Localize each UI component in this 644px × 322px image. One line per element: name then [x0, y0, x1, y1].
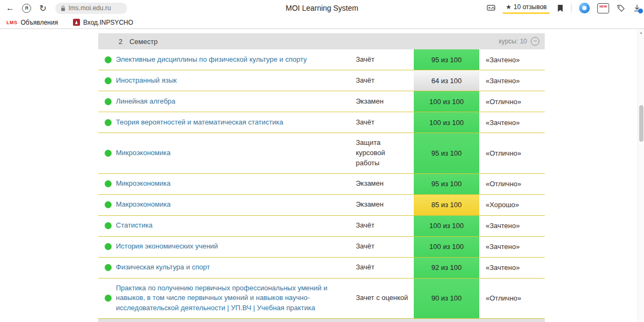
toolbar-right-cluster: ★ 10 отзывов NEW	[484, 2, 641, 14]
grades-page: 2 Семестр курсы: 10 − Элективные дисципл…	[98, 33, 545, 322]
course-link[interactable]: Иностранный язык	[116, 76, 177, 86]
alice-icon[interactable]	[579, 3, 590, 13]
courses-count: курсы: 10	[499, 38, 527, 45]
status-dot-cell	[98, 112, 116, 133]
semester-label: Семестр	[129, 38, 157, 46]
new-tab-widget-icon[interactable]: NEW	[597, 3, 609, 13]
course-name-cell: Микроэкономика	[116, 133, 350, 173]
vertical-scrollbar[interactable]: ▲	[638, 29, 644, 322]
grade-text: «Зачтено»	[479, 237, 545, 257]
scroll-up-icon[interactable]: ▲	[638, 31, 644, 34]
status-dot-cell	[98, 70, 116, 91]
completed-dot-icon	[105, 295, 112, 302]
course-link[interactable]: Практика по получению первичных професси…	[116, 283, 345, 314]
assessment-type: Экзамен	[350, 195, 414, 215]
status-dot-cell	[98, 195, 116, 215]
bookmark-flag-icon[interactable]	[557, 4, 564, 12]
course-link[interactable]: История экономических учений	[116, 241, 218, 252]
course-link[interactable]: Физическая культура и спорт	[116, 262, 210, 273]
assessment-type: Зачёт	[350, 258, 414, 278]
score-badge: 100 из 100	[414, 112, 479, 133]
score-badge: 100 из 100	[414, 237, 479, 257]
table-row: Микроэкономика Экзамен 95 из 100 «Отличн…	[98, 174, 545, 195]
status-dot-cell	[98, 216, 116, 236]
grade-text: «Зачтено»	[479, 49, 545, 70]
completed-dot-icon	[105, 150, 112, 157]
assessment-type: Экзамен	[350, 174, 414, 194]
course-name-cell: История экономических учений	[116, 237, 350, 257]
status-dot-cell	[98, 279, 116, 319]
grades-table-body: Элективные дисциплины по физической куль…	[98, 49, 545, 319]
completed-dot-icon	[105, 119, 112, 126]
score-badge: 95 из 100	[414, 174, 479, 194]
course-name-cell: Линейная алгебра	[116, 91, 350, 112]
assessment-type: Зачёт	[350, 70, 414, 91]
assessment-type: Зачёт	[350, 216, 414, 236]
course-link[interactable]: Микроэкономика	[116, 179, 171, 189]
semester-2-header: 2 Семестр курсы: 10 −	[98, 33, 545, 49]
address-bar[interactable]: lms.moi.edu.ru	[55, 3, 127, 14]
table-row: Микроэкономика Защита курсовой работы 95…	[98, 133, 545, 174]
new-badge: NEW	[598, 4, 609, 9]
table-row: Теория вероятностей и математическая ста…	[98, 112, 545, 133]
course-link[interactable]: Микроэкономика	[116, 148, 171, 158]
completed-dot-icon	[105, 264, 112, 271]
refresh-icon[interactable]: ↻	[36, 3, 50, 13]
download-badge	[638, 9, 643, 13]
assessment-type: Зачет с оценкой	[350, 279, 414, 319]
completed-dot-icon	[105, 98, 112, 105]
score-badge: 100 из 100	[414, 91, 479, 112]
yandex-home-icon[interactable]: Я	[22, 4, 31, 13]
status-dot-cell	[98, 91, 116, 112]
grade-text: «Хорошо»	[479, 195, 545, 215]
score-badge: 100 из 100	[414, 216, 479, 236]
grade-text: «Зачтено»	[479, 258, 545, 278]
grade-text: «Зачтено»	[479, 216, 545, 236]
collapse-icon[interactable]: −	[531, 37, 539, 46]
bookmarks-bar: LMS Объявления Вход.INPSYCHO	[0, 16, 644, 29]
assessment-type: Зачёт	[350, 49, 414, 70]
download-icon[interactable]	[633, 4, 641, 12]
course-link[interactable]: Статистика	[116, 221, 152, 231]
status-dot-cell	[98, 258, 116, 278]
course-link[interactable]: Линейная алгебра	[116, 97, 175, 107]
course-link[interactable]: Элективные дисциплины по физической куль…	[116, 55, 307, 65]
score-badge: 95 из 100	[414, 133, 479, 173]
inpsycho-icon	[73, 19, 80, 26]
course-name-cell: Статистика	[116, 216, 350, 236]
semester-number: 2	[119, 38, 122, 46]
course-link[interactable]: Макроэкономика	[116, 200, 171, 210]
lms-logo-icon: LMS	[6, 20, 18, 25]
table-row: Элективные дисциплины по физической куль…	[98, 49, 545, 70]
grade-text: «Отлично»	[479, 133, 545, 173]
back-icon[interactable]: ←	[3, 3, 17, 13]
scrollbar-thumb[interactable]	[639, 105, 643, 142]
reviews-button[interactable]: ★ 10 отзывов	[503, 2, 550, 14]
assessment-type: Экзамен	[350, 91, 414, 112]
score-badge: 95 из 100	[414, 49, 479, 70]
bookmark-label: Объявления	[21, 19, 58, 26]
score-badge: 92 из 100	[414, 258, 479, 278]
grade-text: «Зачтено»	[479, 112, 545, 133]
course-name-cell: Иностранный язык	[116, 70, 350, 91]
bookmark-announcements[interactable]: LMS Объявления	[6, 19, 58, 26]
protect-icon[interactable]	[487, 4, 495, 12]
course-name-cell: Теория вероятностей и математическая ста…	[116, 112, 350, 133]
course-link[interactable]: Теория вероятностей и математическая ста…	[116, 118, 283, 128]
table-row: Иностранный язык Зачёт 64 из 100 «Зачтен…	[98, 70, 545, 91]
star-icon: ★	[506, 3, 511, 11]
grade-text: «Отлично»	[479, 91, 545, 112]
completed-dot-icon	[105, 201, 112, 208]
table-row: Практика по получению первичных професси…	[98, 279, 545, 319]
assessment-type: Зачёт	[350, 112, 414, 133]
completed-dot-icon	[105, 77, 112, 84]
status-dot-cell	[98, 49, 116, 70]
score-badge: 64 из 100	[414, 70, 479, 91]
lock-icon	[61, 5, 65, 11]
semester-3-header: 3 Семестр курсы: 10 +	[98, 319, 545, 322]
table-row: Макроэкономика Экзамен 85 из 100 «Хорошо…	[98, 195, 545, 216]
status-dot-cell	[98, 174, 116, 194]
assessment-type: Зачёт	[350, 237, 414, 257]
extensions-icon[interactable]	[617, 4, 626, 12]
bookmark-inpsycho[interactable]: Вход.INPSYCHO	[73, 19, 133, 26]
